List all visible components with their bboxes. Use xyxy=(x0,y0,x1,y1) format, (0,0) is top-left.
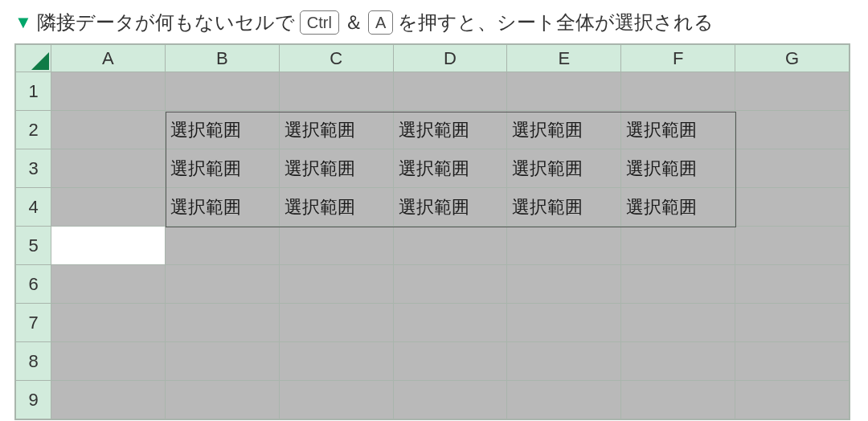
col-header-B[interactable]: B xyxy=(165,45,279,72)
cell-C5[interactable] xyxy=(279,227,393,265)
cell-E8[interactable] xyxy=(507,342,621,381)
cell-C1[interactable] xyxy=(279,72,393,111)
cell-A9[interactable] xyxy=(51,381,166,419)
cell-D3[interactable]: 選択範囲 xyxy=(393,149,507,188)
row-header-6[interactable]: 6 xyxy=(16,265,51,304)
row-header-3[interactable]: 3 xyxy=(16,149,51,188)
cell-E9[interactable] xyxy=(507,381,621,419)
cell-F5[interactable] xyxy=(621,227,735,265)
cell-A6[interactable] xyxy=(51,265,166,304)
col-header-G[interactable]: G xyxy=(735,45,850,72)
cell-G9[interactable] xyxy=(735,381,850,419)
cell-G4[interactable] xyxy=(735,188,850,227)
cell-G6[interactable] xyxy=(735,265,850,304)
spreadsheet[interactable]: A B C D E F G 12選択範囲選択範囲選択範囲選択範囲選択範囲3選択範… xyxy=(14,43,850,420)
cell-B6[interactable] xyxy=(165,265,279,304)
row-header-1[interactable]: 1 xyxy=(16,72,51,111)
cell-C9[interactable] xyxy=(279,381,393,419)
cell-B1[interactable] xyxy=(165,72,279,111)
cell-A7[interactable] xyxy=(51,304,166,342)
cell-D8[interactable] xyxy=(393,342,507,381)
col-header-E[interactable]: E xyxy=(507,45,621,72)
cell-F1[interactable] xyxy=(621,72,735,111)
triangle-icon: ▼ xyxy=(14,14,32,31)
caption-text-2: を押すと、シート全体が選択される xyxy=(398,10,714,35)
cell-A3[interactable] xyxy=(51,149,166,188)
cell-D5[interactable] xyxy=(393,227,507,265)
cell-D6[interactable] xyxy=(393,265,507,304)
cell-E7[interactable] xyxy=(507,304,621,342)
cell-D2[interactable]: 選択範囲 xyxy=(393,111,507,149)
cell-A8[interactable] xyxy=(51,342,166,381)
row-header-8[interactable]: 8 xyxy=(16,342,51,381)
cell-F8[interactable] xyxy=(621,342,735,381)
grid[interactable]: A B C D E F G 12選択範囲選択範囲選択範囲選択範囲選択範囲3選択範… xyxy=(15,44,850,419)
cell-C2[interactable]: 選択範囲 xyxy=(279,111,393,149)
key-a: A xyxy=(368,10,393,35)
row-header-7[interactable]: 7 xyxy=(16,304,51,342)
cell-D9[interactable] xyxy=(393,381,507,419)
select-all-corner[interactable] xyxy=(16,45,51,72)
cell-C8[interactable] xyxy=(279,342,393,381)
cell-E6[interactable] xyxy=(507,265,621,304)
cell-F6[interactable] xyxy=(621,265,735,304)
row-header-9[interactable]: 9 xyxy=(16,381,51,419)
cell-B3[interactable]: 選択範囲 xyxy=(165,149,279,188)
cell-G2[interactable] xyxy=(735,111,850,149)
cell-B2[interactable]: 選択範囲 xyxy=(165,111,279,149)
cell-C4[interactable]: 選択範囲 xyxy=(279,188,393,227)
cell-C6[interactable] xyxy=(279,265,393,304)
cell-F3[interactable]: 選択範囲 xyxy=(621,149,735,188)
cell-A1[interactable] xyxy=(51,72,166,111)
cell-C3[interactable]: 選択範囲 xyxy=(279,149,393,188)
cell-E5[interactable] xyxy=(507,227,621,265)
ampersand: ＆ xyxy=(344,10,363,35)
row-header-5[interactable]: 5 xyxy=(16,227,51,265)
cell-G8[interactable] xyxy=(735,342,850,381)
cell-E1[interactable] xyxy=(507,72,621,111)
cell-G3[interactable] xyxy=(735,149,850,188)
figure-caption: ▼ 隣接データが何もないセルで Ctrl ＆ A を押すと、シート全体が選択され… xyxy=(14,10,854,35)
cell-E3[interactable]: 選択範囲 xyxy=(507,149,621,188)
cell-F2[interactable]: 選択範囲 xyxy=(621,111,735,149)
cell-B8[interactable] xyxy=(165,342,279,381)
col-header-D[interactable]: D xyxy=(393,45,507,72)
cell-F7[interactable] xyxy=(621,304,735,342)
cell-E2[interactable]: 選択範囲 xyxy=(507,111,621,149)
cell-E4[interactable]: 選択範囲 xyxy=(507,188,621,227)
cell-D4[interactable]: 選択範囲 xyxy=(393,188,507,227)
cell-B7[interactable] xyxy=(165,304,279,342)
cell-F4[interactable]: 選択範囲 xyxy=(621,188,735,227)
cell-A2[interactable] xyxy=(51,111,166,149)
caption-text-1: 隣接データが何もないセルで xyxy=(37,10,295,35)
cell-G5[interactable] xyxy=(735,227,850,265)
cell-B5[interactable] xyxy=(165,227,279,265)
cell-C7[interactable] xyxy=(279,304,393,342)
row-header-4[interactable]: 4 xyxy=(16,188,51,227)
cell-A4[interactable] xyxy=(51,188,166,227)
cell-G1[interactable] xyxy=(735,72,850,111)
col-header-F[interactable]: F xyxy=(621,45,735,72)
key-ctrl: Ctrl xyxy=(300,10,339,35)
col-header-A[interactable]: A xyxy=(51,45,166,72)
cell-A5[interactable] xyxy=(51,227,166,265)
cell-D7[interactable] xyxy=(393,304,507,342)
row-header-2[interactable]: 2 xyxy=(16,111,51,149)
cell-G7[interactable] xyxy=(735,304,850,342)
cell-F9[interactable] xyxy=(621,381,735,419)
cell-B9[interactable] xyxy=(165,381,279,419)
cell-B4[interactable]: 選択範囲 xyxy=(165,188,279,227)
cell-D1[interactable] xyxy=(393,72,507,111)
col-header-C[interactable]: C xyxy=(279,45,393,72)
